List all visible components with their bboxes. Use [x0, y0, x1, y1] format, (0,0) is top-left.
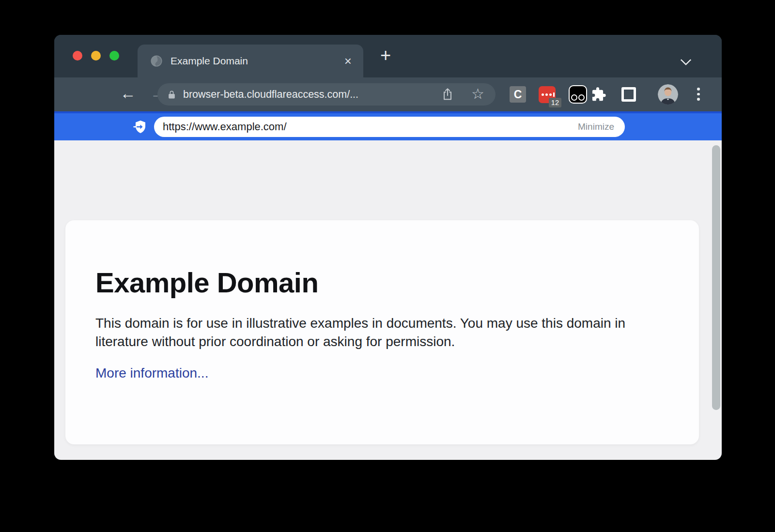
page-viewport: Example Domain This domain is for use in…: [54, 140, 722, 460]
avatar-photo: [658, 84, 678, 105]
shield-arrow-icon: [133, 119, 148, 135]
page-paragraph: This domain is for use in illustrative e…: [95, 314, 656, 351]
minimize-banner-button[interactable]: Minimize: [578, 122, 614, 132]
red-extension-dots: [542, 92, 555, 97]
share-icon[interactable]: [441, 88, 454, 101]
extension-red-dots-icon[interactable]: 12: [539, 86, 556, 103]
goggles-left-lens: [571, 94, 577, 101]
zoom-window-button[interactable]: [109, 51, 119, 61]
chevron-down-icon[interactable]: [681, 55, 692, 66]
address-bar[interactable]: browser-beta.cloudflareaccess.com/... ☆: [157, 83, 496, 106]
window-controls: [73, 51, 119, 61]
more-information-link[interactable]: More information...: [95, 365, 208, 381]
extensions-puzzle-icon[interactable]: [591, 87, 606, 102]
extension-count-badge: 12: [549, 98, 561, 107]
profile-avatar[interactable]: [658, 84, 678, 105]
address-url: browser-beta.cloudflareaccess.com/...: [183, 89, 358, 101]
page-heading: Example Domain: [95, 266, 670, 299]
remote-url-field[interactable]: https://www.example.com/ Minimize: [154, 117, 625, 137]
new-tab-button[interactable]: +: [376, 44, 395, 67]
bookmark-star-icon[interactable]: ☆: [471, 88, 485, 101]
extension-c-icon[interactable]: C: [510, 86, 526, 103]
browser-toolbar: ← → browser-beta.cloudflareaccess.com/..…: [54, 77, 722, 111]
goggles-right-lens: [578, 94, 585, 101]
desktop-background: Example Domain × + ← → browser-beta.clou…: [0, 0, 775, 532]
tab-close-icon[interactable]: ×: [344, 55, 352, 67]
lock-icon: [167, 90, 176, 99]
tab-title: Example Domain: [170, 55, 248, 67]
browser-tab[interactable]: Example Domain ×: [138, 45, 363, 77]
access-banner: https://www.example.com/ Minimize: [54, 111, 722, 140]
globe-favicon-icon: [150, 55, 163, 67]
back-button[interactable]: ←: [117, 77, 139, 111]
content-card: Example Domain This domain is for use in…: [65, 220, 699, 444]
remote-url-value: https://www.example.com/: [163, 121, 287, 133]
minimize-window-button[interactable]: [91, 51, 101, 61]
browser-window: Example Domain × + ← → browser-beta.clou…: [54, 35, 722, 460]
tab-strip: Example Domain × +: [54, 35, 722, 77]
extension-goggles-icon[interactable]: [569, 85, 587, 104]
side-panel-icon[interactable]: [621, 87, 636, 102]
browser-menu-icon[interactable]: [697, 88, 700, 101]
scrollbar-thumb[interactable]: [712, 145, 720, 410]
close-window-button[interactable]: [73, 51, 82, 61]
